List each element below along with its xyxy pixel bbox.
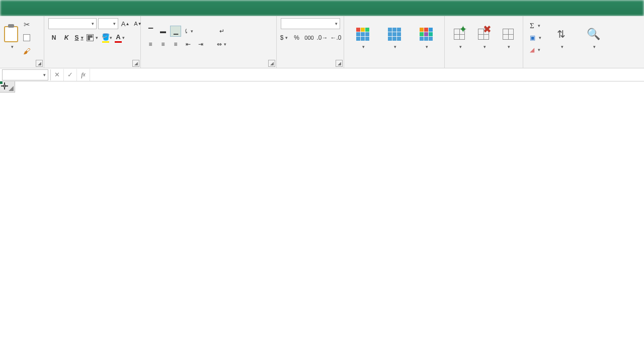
underline-button[interactable]: S▾ [73, 32, 85, 43]
worksheet-grid[interactable] [0, 81, 644, 362]
insert-cells-button[interactable]: ✦▾ [449, 19, 470, 56]
wrap-text-button[interactable]: ↵ [213, 26, 230, 37]
italic-button[interactable]: K [61, 32, 72, 43]
autosum-button[interactable]: Σ ▾ [527, 20, 544, 31]
cell-cursor-icon [0, 81, 9, 90]
decrease-indent-button[interactable]: ⇤ [183, 39, 194, 50]
cut-button[interactable]: ✂ [21, 19, 32, 30]
increase-font-button[interactable]: A▲ [120, 18, 131, 29]
dialog-launcher-icon[interactable]: ◢ [36, 60, 43, 67]
dialog-launcher-icon[interactable]: ◢ [336, 60, 343, 67]
group-cells: ✦▾ ✖▾ ▾ [445, 16, 523, 68]
name-box[interactable]: ▾ [2, 69, 48, 80]
font-color-button[interactable]: A▾ [113, 32, 124, 43]
align-center-button[interactable]: ≡ [157, 39, 169, 50]
conditional-formatting-button[interactable]: ▾ [348, 19, 377, 56]
merge-center-button[interactable]: ⇔ ▾ [213, 39, 230, 50]
dialog-launcher-icon[interactable]: ◢ [268, 60, 275, 67]
clear-button[interactable]: ◢ ▾ [527, 44, 544, 55]
insert-function-button[interactable]: fx [77, 69, 90, 81]
formula-input[interactable] [90, 69, 644, 80]
align-middle-button[interactable]: ▬ [157, 26, 169, 37]
align-left-button[interactable]: ≡ [145, 39, 156, 50]
group-clipboard: ▾ ✂ 🖌 ◢ [0, 16, 44, 68]
format-cells-button[interactable]: ▾ [498, 19, 519, 56]
accounting-format-button[interactable]: $▾ [278, 32, 289, 43]
cell-styles-button[interactable]: ▾ [412, 19, 440, 56]
delete-cells-button[interactable]: ✖▾ [473, 19, 494, 56]
ribbon: ▾ ✂ 🖌 ◢ ▾ ▾ A▲ A▼ N K S▾ ▾ 🪣▾ [0, 16, 644, 68]
font-size-combo[interactable]: ▾ [98, 18, 118, 29]
cancel-formula-button[interactable]: ✕ [51, 69, 64, 81]
comma-format-button[interactable]: 000 [303, 32, 314, 43]
number-format-combo[interactable]: ▾ [281, 18, 340, 29]
group-editing: Σ ▾ ▣ ▾ ◢ ▾ ⇅▾ 🔍▾ [523, 16, 634, 68]
bold-button[interactable]: N [48, 32, 59, 43]
align-top-button[interactable]: ▔ [145, 26, 156, 37]
align-right-button[interactable]: ≡ [170, 39, 181, 50]
borders-button[interactable]: ▾ [86, 32, 99, 43]
increase-indent-button[interactable]: ⇥ [195, 39, 206, 50]
enter-formula-button[interactable]: ✓ [64, 69, 77, 81]
orientation-button[interactable]: ⤹▾ [183, 26, 194, 37]
decrease-decimal-button[interactable]: ←.0 [330, 32, 342, 43]
increase-decimal-button[interactable]: .0→ [316, 32, 328, 43]
sort-filter-button[interactable]: ⇅▾ [547, 19, 575, 56]
group-number: ▾ $▾ % 000 .0→ ←.0 ◢ [277, 16, 344, 68]
formula-bar-row: ▾ ✕ ✓ fx [0, 68, 644, 81]
find-select-button[interactable]: 🔍▾ [578, 19, 608, 56]
group-font: ▾ ▾ A▲ A▼ N K S▾ ▾ 🪣▾ A▾ ◢ [44, 16, 141, 68]
fill-color-button[interactable]: 🪣▾ [100, 32, 111, 43]
align-bottom-button[interactable]: ▁ [170, 26, 181, 37]
format-as-table-button[interactable]: ▾ [380, 19, 409, 56]
group-alignment: ▔ ▬ ▁ ⤹▾ ≡ ≡ ≡ ⇤ ⇥ ↵ ⇔ ▾ ◢ [141, 16, 277, 68]
paste-button[interactable]: ▾ [9, 44, 14, 49]
fill-button[interactable]: ▣ ▾ [527, 32, 544, 43]
menu-bar[interactable] [0, 0, 644, 16]
dialog-launcher-icon[interactable]: ◢ [132, 60, 139, 67]
format-painter-button[interactable]: 🖌 [21, 45, 32, 56]
copy-button[interactable] [21, 32, 32, 43]
font-name-combo[interactable]: ▾ [48, 18, 97, 29]
percent-format-button[interactable]: % [291, 32, 302, 43]
group-styles: ▾ ▾ ▾ [344, 16, 445, 68]
paste-icon [4, 26, 18, 42]
